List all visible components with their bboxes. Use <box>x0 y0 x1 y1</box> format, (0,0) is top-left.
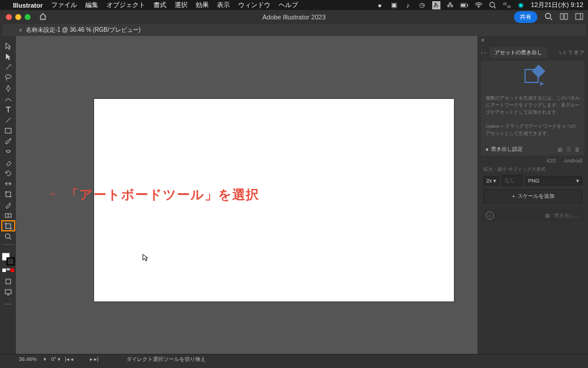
shaper-tool[interactable] <box>2 147 15 157</box>
magic-wand-tool[interactable] <box>2 62 15 72</box>
stroke-swatch[interactable] <box>6 257 15 266</box>
svg-rect-2 <box>467 4 468 6</box>
svg-rect-16 <box>5 128 11 133</box>
pen-tool[interactable] <box>2 83 15 93</box>
search-button[interactable] <box>544 12 553 22</box>
svg-rect-7 <box>507 6 510 8</box>
status-datetime[interactable]: 12月21日(水) 9:12 <box>531 1 583 9</box>
gradient-tool[interactable] <box>2 210 15 220</box>
type-tool[interactable] <box>2 104 15 114</box>
scale-select[interactable]: 2x ▾ <box>483 176 499 185</box>
trash-icon[interactable]: 🗑 <box>574 147 580 152</box>
status-battery-icon[interactable] <box>460 1 469 9</box>
status-line-icon[interactable]: ● <box>376 1 384 9</box>
panel-tab-asset-export[interactable]: アセットの書き出し <box>490 47 547 58</box>
platform-ios[interactable]: iOS <box>547 158 556 164</box>
rotation-level[interactable]: 0°▾ <box>51 356 61 362</box>
paintbrush-tool[interactable] <box>2 136 15 146</box>
svg-rect-1 <box>461 4 466 6</box>
svg-point-19 <box>10 196 11 197</box>
platform-android[interactable]: Android <box>564 158 582 164</box>
document-tabbar: × 名称未設定-1 @ 36.46 % (RGB/プレビュー) <box>2 24 586 36</box>
info-icon[interactable]: i <box>486 211 494 220</box>
canvas[interactable]: ← 「アートボードツール」を選択 <box>16 36 477 354</box>
artboard-tool[interactable] <box>2 221 15 231</box>
line-tool[interactable] <box>2 115 15 125</box>
suffix-field[interactable]: なし <box>502 175 523 186</box>
window-maximize-button[interactable] <box>25 14 31 20</box>
zoom-level[interactable]: 36.46%▾ <box>19 356 46 362</box>
svg-rect-6 <box>503 3 506 5</box>
status-controlcenter-icon[interactable] <box>503 1 511 9</box>
add-scale-button[interactable]: ＋ スケールを追加 <box>483 190 582 203</box>
status-input-icon[interactable]: あ <box>432 1 440 9</box>
rectangle-tool[interactable] <box>2 125 15 135</box>
edit-toolbar-button[interactable]: ⋯ <box>2 300 15 310</box>
asset-export-hint2: Option + ドラッグでアートワークを 1 つのアセットとして生成できます。 <box>486 123 580 137</box>
menu-edit[interactable]: 編集 <box>85 1 98 9</box>
menu-object[interactable]: オブジェクト <box>106 1 145 9</box>
svg-rect-30 <box>5 290 11 294</box>
menu-view[interactable]: 表示 <box>217 1 230 9</box>
status-hint: ダイレクト選択ツールを切り換え <box>126 356 206 363</box>
eyedropper-tool[interactable] <box>2 200 15 210</box>
menu-select[interactable]: 選択 <box>175 1 188 9</box>
export-grid-icon[interactable]: ▦ <box>545 213 550 218</box>
tool-divider <box>3 244 14 245</box>
svg-rect-11 <box>564 14 567 19</box>
menu-window[interactable]: ウィンドウ <box>238 1 270 9</box>
grid-view-icon[interactable]: ▦ <box>557 147 563 152</box>
svg-rect-29 <box>6 279 11 284</box>
status-search-icon[interactable] <box>489 1 497 9</box>
workspace-button[interactable] <box>575 12 583 22</box>
selection-tool[interactable] <box>2 41 15 51</box>
document-tab[interactable]: 名称未設定-1 @ 36.46 % (RGB/プレビュー) <box>26 26 141 34</box>
chevron-down-icon: ▾ <box>486 147 489 152</box>
direct-selection-tool[interactable] <box>2 51 15 61</box>
panel-collapse-icon[interactable]: ‹ › <box>481 50 486 56</box>
eraser-tool[interactable] <box>2 157 15 167</box>
svg-line-9 <box>550 18 553 20</box>
panel-tab-shortcuts[interactable]: L C ラ 害 ア <box>559 49 584 56</box>
width-tool[interactable] <box>2 178 15 188</box>
format-select[interactable]: PNG▾ <box>525 176 582 185</box>
arrange-docs-button[interactable] <box>560 12 568 22</box>
svg-point-4 <box>490 2 495 7</box>
rotate-tool[interactable] <box>2 168 15 178</box>
menu-file[interactable]: ファイル <box>51 1 77 9</box>
svg-rect-22 <box>6 224 11 228</box>
fill-stroke-swatch[interactable] <box>2 253 15 266</box>
zoom-tool[interactable] <box>2 231 15 241</box>
status-wifi-icon[interactable] <box>475 1 483 9</box>
status-piano-icon[interactable]: ♪ <box>404 1 412 9</box>
draw-mode-button[interactable] <box>2 276 15 286</box>
svg-point-27 <box>5 234 10 238</box>
menu-help[interactable]: ヘルプ <box>279 1 298 9</box>
menu-type[interactable]: 書式 <box>153 1 166 9</box>
panel-close-button[interactable]: × <box>477 36 488 45</box>
export-button[interactable]: 書き出し... <box>554 212 580 220</box>
app-name[interactable]: Illustrator <box>13 2 43 9</box>
color-mode-buttons[interactable] <box>2 268 14 272</box>
window-minimize-button[interactable] <box>15 14 21 20</box>
screen-mode-button[interactable] <box>2 287 15 297</box>
free-transform-tool[interactable] <box>2 189 15 199</box>
menu-effect[interactable]: 効果 <box>196 1 209 9</box>
home-button[interactable] <box>39 12 47 22</box>
asset-export-hint1: 複数のアセットを生成するには、このパネルにアートワークをドラッグします。各グルー… <box>486 95 580 116</box>
window-close-button[interactable] <box>6 14 12 20</box>
lasso-tool[interactable] <box>2 72 15 82</box>
artboard-nav[interactable]: |◂◂▸▸| <box>65 356 99 362</box>
status-siri-icon[interactable]: ◉ <box>517 1 525 9</box>
svg-point-3 <box>478 6 479 8</box>
status-clock-icon[interactable]: ◷ <box>418 1 426 9</box>
status-bluetooth-icon[interactable]: ⁂ <box>446 1 455 9</box>
share-button[interactable]: 共有 <box>514 11 537 23</box>
tab-close-button[interactable]: × <box>19 27 22 34</box>
svg-rect-12 <box>576 14 583 19</box>
list-view-icon[interactable]: ☰ <box>566 147 571 152</box>
tool-panel: ⋯ <box>0 36 16 354</box>
status-airplay-icon[interactable]: ▣ <box>390 1 398 9</box>
export-settings-header[interactable]: ▾ 書き出し設定 ▦☰🗑 <box>481 143 584 155</box>
curvature-tool[interactable] <box>2 94 15 104</box>
